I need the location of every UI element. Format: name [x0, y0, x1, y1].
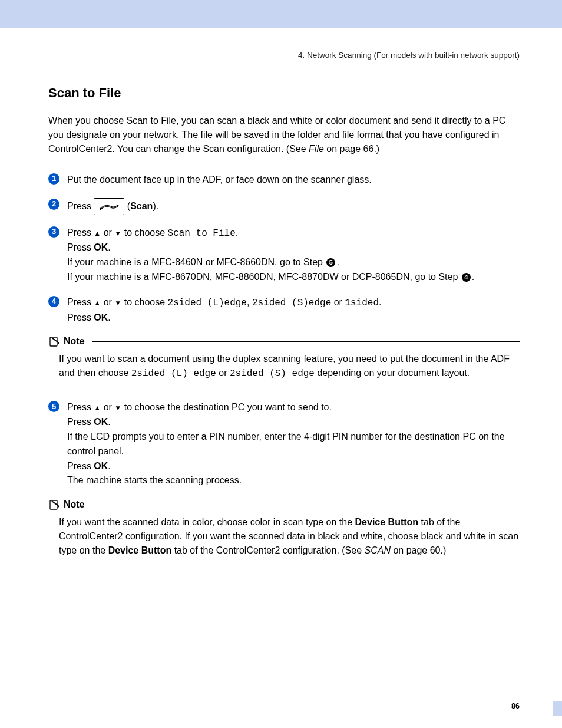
step-4-or: or [331, 297, 345, 307]
step-3-b: or [101, 228, 114, 238]
step-5-ok: OK [94, 417, 108, 427]
step-5-b: or [101, 402, 114, 412]
note-icon [48, 335, 60, 347]
note-icon [48, 499, 60, 510]
step-5-f: . [108, 417, 110, 427]
step-4-m3: 1sided [345, 298, 379, 308]
step-3-h: . [336, 257, 339, 267]
note-2-c: tab of the ControlCenter2 configuration.… [171, 545, 364, 555]
step-1-text: Put the document face up in the ADF, or … [67, 174, 372, 185]
note-2-label: Note [64, 499, 85, 510]
step-badge-3: 3 [48, 226, 59, 238]
step-3-menu: Scan to File [168, 228, 236, 239]
note-2-body: If you want the scanned data in color, c… [48, 515, 520, 564]
step-5: 5 Press or to choose the destination PC … [48, 400, 520, 488]
step-5-c: to choose the destination PC you want to… [121, 402, 332, 412]
chapter-header: 4. Network Scanning (For models with bui… [48, 51, 520, 60]
steps-list-continued: 5 Press or to choose the destination PC … [48, 400, 520, 488]
step-3: 3 Press or to choose Scan to File. Press… [48, 226, 520, 285]
header-bar [0, 0, 562, 28]
step-4-c: to choose [121, 297, 167, 307]
step-3-i: If your machine is a MFC-8670DN, MFC-886… [67, 272, 461, 282]
step-badge-1: 1 [48, 173, 59, 185]
step-5-g: If the LCD prompts you to enter a PIN nu… [67, 431, 505, 456]
intro-link-file[interactable]: File [309, 144, 324, 154]
note-2-link-scan[interactable]: SCAN [365, 545, 391, 555]
up-arrow-icon [94, 228, 101, 238]
step-3-ok: OK [94, 242, 108, 252]
note-2-d: on page 60.) [391, 545, 446, 555]
section-title: Scan to File [48, 85, 520, 101]
step-ref-5[interactable]: 5 [326, 258, 335, 267]
step-4-m1: 2sided (L)edge [168, 298, 247, 308]
down-arrow-icon [114, 402, 121, 412]
scan-button-icon [94, 198, 124, 215]
step-3-j: . [472, 272, 474, 282]
step-3-g: If your machine is a MFC-8460N or MFC-86… [67, 257, 325, 267]
step-1: 1 Put the document face up in the ADF, o… [48, 173, 520, 187]
note-2-b2: Device Button [108, 545, 172, 555]
step-4-d: . [379, 297, 381, 307]
down-arrow-icon [114, 297, 121, 307]
scan-swoosh-icon [99, 203, 119, 211]
step-2-scan: Scan [130, 200, 153, 210]
step-3-e: Press [67, 242, 94, 252]
step-4-comma: , [247, 297, 252, 307]
note-1: Note If you want to scan a document usin… [48, 335, 520, 387]
step-3-f: . [108, 242, 110, 252]
step-4: 4 Press or to choose 2sided (L)edge, 2si… [48, 295, 520, 325]
note-1-header: Note [48, 335, 520, 347]
step-5-i: . [108, 461, 110, 471]
note-1-rule [92, 341, 520, 342]
svg-marker-0 [117, 205, 119, 207]
step-3-d: . [236, 228, 238, 238]
step-5-ok2: OK [94, 461, 108, 471]
intro-text-2: on page 66.) [324, 144, 379, 154]
down-arrow-icon [114, 228, 121, 238]
note-1-body: If you want to scan a document using the… [48, 352, 520, 387]
step-2-a: Press [67, 200, 94, 210]
step-4-e: Press [67, 312, 94, 322]
step-5-a: Press [67, 402, 94, 412]
intro-paragraph: When you choose Scan to File, you can sc… [48, 114, 520, 156]
step-4-b: or [101, 297, 114, 307]
step-3-a: Press [67, 228, 94, 238]
note-1-m1: 2sided (L) edge [131, 368, 216, 379]
step-badge-5: 5 [48, 401, 59, 412]
up-arrow-icon [94, 402, 101, 412]
step-5-e: Press [67, 417, 94, 427]
intro-text-1: When you choose Scan to File, you can sc… [48, 116, 505, 154]
step-5-j: The machine starts the scanning process. [67, 475, 242, 485]
page-content: 4. Network Scanning (For models with bui… [0, 28, 562, 728]
note-1-label: Note [64, 336, 85, 347]
step-5-h: Press [67, 461, 94, 471]
step-ref-4[interactable]: 4 [462, 273, 471, 282]
step-4-a: Press [67, 297, 94, 307]
note-2-header: Note [48, 499, 520, 510]
note-1-m2: 2sided (S) edge [230, 368, 315, 379]
step-4-ok: OK [94, 312, 108, 322]
step-2: 2 Press (Scan). [48, 198, 520, 215]
note-1-or: or [216, 368, 230, 378]
note-2-b1: Device Button [355, 517, 419, 527]
step-4-m2: 2sided (S)edge [252, 298, 331, 308]
note-1-b: depending on your document layout. [315, 368, 470, 378]
step-badge-2: 2 [48, 199, 59, 210]
page-number: 86 [511, 702, 520, 710]
side-tab [553, 701, 562, 716]
step-3-c: to choose [121, 228, 167, 238]
note-2: Note If you want the scanned data in col… [48, 499, 520, 564]
step-2-d: ). [153, 200, 158, 210]
steps-list: 1 Put the document face up in the ADF, o… [48, 173, 520, 325]
note-2-rule [92, 505, 520, 505]
step-badge-4: 4 [48, 296, 59, 307]
up-arrow-icon [94, 297, 101, 307]
note-2-a: If you want the scanned data in color, c… [59, 517, 355, 527]
step-4-f: . [108, 312, 110, 322]
